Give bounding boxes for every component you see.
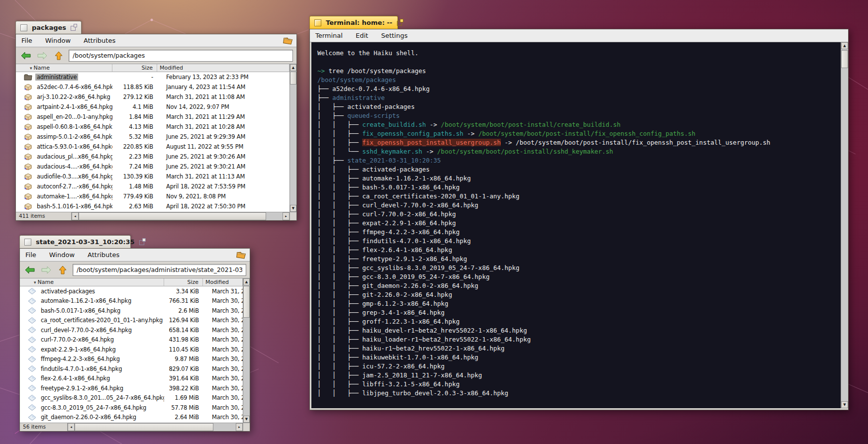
terminal-line: │ │ ├── gcc-8.3.0_2019_05_24-7-x86_64.hp… — [317, 272, 838, 281]
terminal-line: │ ├── queued-scripts — [317, 111, 838, 120]
file-row[interactable]: automake-1.16.2-1-x86_64.hpkg766.31 KiBM… — [20, 296, 243, 306]
up-button[interactable] — [56, 264, 69, 276]
file-row[interactable]: automake-1....-x86_64.hpkg779.49 KiBNov … — [16, 191, 289, 201]
file-row[interactable]: flex-2.6.4-1-x86_64.hpkg391.64 KiBMarch … — [20, 374, 243, 384]
menu-edit[interactable]: Edit — [356, 32, 368, 39]
horizontal-scrollbar[interactable]: ◂ ▸ — [72, 212, 289, 220]
menu-settings[interactable]: Settings — [381, 32, 407, 39]
status-bar: 56 items ◂ ▸ — [20, 423, 250, 431]
file-row[interactable]: aspell-0.60.8-1-x86_64.hpkg4.13 MiBMarch… — [16, 122, 289, 132]
forward-button[interactable] — [36, 50, 49, 62]
file-size: 2.63 MiB — [112, 203, 157, 210]
scrollbar-thumb[interactable] — [841, 50, 848, 68]
scroll-up-arrow[interactable]: ▲ — [841, 42, 848, 49]
zoom-button[interactable] — [139, 238, 148, 246]
terminal-screen[interactable]: Welcome to the Haiku shell. ~> tree /boo… — [311, 42, 841, 408]
file-name: curl-7.70.0-2-x86_64.hpkg — [39, 336, 115, 343]
file-row[interactable]: gcc_syslibs-8.3.0_201...05_24-7-x86_64.h… — [20, 393, 243, 403]
file-row[interactable]: gcc-8.3.0_2019_05_24-7-x86_64.hpkg57.78 … — [20, 403, 243, 413]
terminal-line: │ │ ├── findutils-4.7.0-1-x86_64.hpkg — [317, 237, 838, 246]
forward-button[interactable] — [40, 264, 53, 276]
back-button[interactable] — [19, 50, 32, 62]
scrollbar-thumb[interactable] — [75, 423, 213, 431]
column-header-name[interactable]: ▾Name — [16, 64, 112, 72]
zoom-button[interactable] — [397, 19, 405, 26]
menu-window[interactable]: Window — [45, 37, 71, 44]
file-name: ffmpeg-4.2.2-3-x86_64.hpkg — [39, 355, 121, 362]
vertical-scrollbar[interactable]: ▲ ▼ — [243, 278, 250, 423]
column-header-modified[interactable]: Modified — [203, 278, 243, 286]
file-row[interactable]: audacious_pl...x86_64.hpkg2.23 MiBJune 2… — [16, 152, 289, 162]
file-row[interactable]: curl_devel-7.70.0-2-x86_64.hpkg658.14 Ki… — [20, 325, 243, 335]
scrollbar-thumb[interactable] — [290, 72, 296, 85]
vertical-scrollbar[interactable]: ▲ ▼ — [289, 64, 296, 212]
file-size: 5.32 MiB — [112, 133, 157, 140]
path-input[interactable] — [69, 50, 293, 62]
file-name: activated-packages — [39, 288, 96, 295]
file-row[interactable]: freetype-2.9.1-2-x86_64.hpkg398.22 KiBMa… — [20, 383, 243, 393]
menu-terminal[interactable]: Terminal — [315, 32, 343, 39]
file-size: 2.6 MiB — [164, 307, 203, 314]
file-row[interactable]: activated-packages3.34 KiBMarch 31, 20 — [20, 286, 243, 296]
close-button[interactable] — [314, 19, 321, 26]
scroll-down-arrow[interactable]: ▼ — [290, 205, 296, 212]
items-count: 56 items — [20, 423, 68, 431]
file-row[interactable]: ca_root_certificates-2020_01_01-1-any.hp… — [20, 316, 243, 326]
file-row[interactable]: autoconf-2.7...-x86_64.hpkg1.48 MiBApril… — [16, 181, 289, 191]
up-button[interactable] — [52, 50, 65, 62]
file-row[interactable]: bash-5.0.017-1-x86_64.hpkg2.6 MiBMarch 3… — [20, 306, 243, 316]
file-row[interactable]: audacious-4....-x86_64.hpkg7.24 MiBJune … — [16, 162, 289, 172]
column-header-size[interactable]: Size — [164, 278, 203, 286]
file-row[interactable]: arj-3.10.22-2-x86_64.hpkg279.12 KiBMarch… — [16, 92, 289, 102]
file-name: artpaint-2.4-1-x86_64.hpkg — [35, 103, 112, 110]
scroll-up-arrow[interactable]: ▲ — [290, 64, 296, 71]
scroll-right-arrow[interactable]: ▸ — [236, 423, 243, 431]
window-tab-terminal[interactable]: Terminal: home: -- — [309, 16, 398, 29]
file-row[interactable]: aspell_en-20...0-1-any.hpkg1.84 MiBMarch… — [16, 112, 289, 122]
menu-attributes[interactable]: Attributes — [88, 251, 119, 259]
file-row[interactable]: findutils-4.7.0-1-x86_64.hpkg829.07 KiBM… — [20, 364, 243, 374]
file-modified: April 18, 2022 at 7:53:59 PM — [157, 183, 289, 190]
file-row[interactable]: ffmpeg-4.2.2-3-x86_64.hpkg9.87 MiBMarch … — [20, 355, 243, 364]
scroll-down-arrow[interactable]: ▼ — [243, 416, 250, 423]
zoom-button[interactable] — [71, 24, 79, 31]
scrollbar-thumb[interactable] — [243, 286, 250, 318]
file-row[interactable]: assimp-5.0.1-2-x86_64.hpkg5.32 MiBJune 2… — [16, 132, 289, 142]
menu-attributes[interactable]: Attributes — [84, 37, 115, 44]
scroll-up-arrow[interactable]: ▲ — [243, 278, 250, 285]
window-tab-state[interactable]: state_2021-03-31_10:20:35 — [19, 235, 131, 248]
file-row[interactable]: a52dec-0.7.4-6-x86_64.hpkg118.85 KiBJanu… — [16, 82, 289, 92]
scrollbar-thumb[interactable] — [79, 212, 266, 220]
file-size: 4.13 MiB — [112, 123, 157, 130]
file-row[interactable]: bash-5.1.016-1-x86_64.hpkg2.63 MiBApril … — [16, 201, 289, 211]
file-row[interactable]: audiofile-0.3....x86_64.hpkg130.39 KiBMa… — [16, 172, 289, 181]
file-row[interactable]: expat-2.2.9-1-x86_64.hpkg110.45 KiBMarch… — [20, 345, 243, 355]
file-modified: March 30, 20 — [203, 297, 243, 304]
back-button[interactable] — [23, 264, 36, 276]
window-tab-packages[interactable]: packages — [15, 21, 82, 34]
terminal-line: /boot/system/packages — [317, 76, 838, 85]
file-row[interactable]: attica-5.93.0-1-x86_64.hpkg220.85 KiBAug… — [16, 142, 289, 152]
vertical-scrollbar[interactable]: ▲ ▼ — [841, 42, 848, 408]
file-size: 391.64 KiB — [164, 375, 203, 382]
column-header-size[interactable]: Size — [112, 64, 157, 72]
file-row[interactable]: curl-7.70.0-2-x86_64.hpkg431.98 KiBMarch… — [20, 335, 243, 345]
file-size: 658.14 KiB — [164, 327, 203, 334]
path-input[interactable] — [73, 264, 246, 276]
scroll-left-arrow[interactable]: ◂ — [68, 423, 75, 431]
menu-window[interactable]: Window — [49, 251, 75, 259]
scroll-right-arrow[interactable]: ▸ — [283, 212, 289, 220]
column-header-modified[interactable]: Modified — [157, 64, 289, 72]
file-row[interactable]: artpaint-2.4-1-x86_64.hpkg4.1 MiBNov 14,… — [16, 102, 289, 112]
close-button[interactable] — [20, 24, 27, 31]
menu-file[interactable]: File — [25, 251, 36, 259]
file-row[interactable]: administrative-February 13, 2023 at 2:33… — [16, 72, 289, 82]
box-icon — [24, 153, 32, 161]
close-button[interactable] — [24, 239, 31, 246]
column-header-name[interactable]: ▾Name — [20, 278, 164, 286]
horizontal-scrollbar[interactable]: ◂ ▸ — [68, 423, 243, 431]
file-row[interactable]: git_daemon-2.26.0-2-x86_64.hpkg2.64 MiBM… — [20, 413, 243, 423]
menu-file[interactable]: File — [21, 37, 32, 44]
scroll-left-arrow[interactable]: ◂ — [72, 212, 79, 220]
scroll-down-arrow[interactable]: ▼ — [841, 401, 848, 408]
